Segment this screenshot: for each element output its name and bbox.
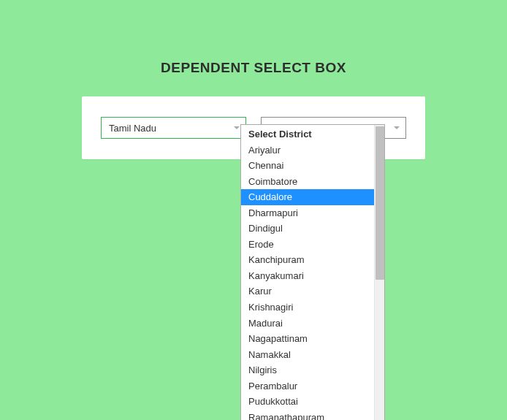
district-option[interactable]: Ariyalur [241, 142, 374, 159]
district-option[interactable]: Erode [241, 237, 374, 253]
district-option[interactable]: Select District [241, 126, 374, 142]
district-option[interactable]: Pudukkottai [241, 394, 374, 410]
district-option[interactable]: Madurai [241, 316, 374, 332]
district-option[interactable]: Ramanathapuram [241, 410, 374, 420]
page-title: DEPENDENT SELECT BOX [0, 60, 507, 76]
district-option[interactable]: Chennai [241, 158, 374, 174]
district-option[interactable]: Cuddalore [241, 189, 374, 205]
chevron-down-icon [394, 126, 400, 129]
district-option[interactable]: Nilgiris [241, 362, 374, 378]
district-option[interactable]: Dharmapuri [241, 205, 374, 221]
district-option[interactable]: Nagapattinam [241, 331, 374, 347]
district-option[interactable]: Dindigul [241, 221, 374, 237]
district-dropdown: Select DistrictAriyalurChennaiCoimbatore… [240, 124, 385, 420]
scrollbar-thumb[interactable] [376, 126, 384, 280]
state-select-value: Tamil Nadu [109, 123, 156, 134]
dropdown-scrollbar[interactable] [374, 125, 384, 420]
district-option[interactable]: Namakkal [241, 347, 374, 363]
district-option-list: Select DistrictAriyalurChennaiCoimbatore… [241, 125, 374, 420]
district-option[interactable]: Coimbatore [241, 174, 374, 190]
district-option[interactable]: Kanchipuram [241, 252, 374, 268]
district-option[interactable]: Krishnagiri [241, 299, 374, 316]
chevron-down-icon [234, 126, 240, 129]
state-select[interactable]: Tamil Nadu [101, 117, 246, 139]
district-option[interactable]: Perambalur [241, 378, 374, 394]
district-option[interactable]: Kanyakumari [241, 268, 374, 284]
district-option[interactable]: Karur [241, 283, 374, 299]
